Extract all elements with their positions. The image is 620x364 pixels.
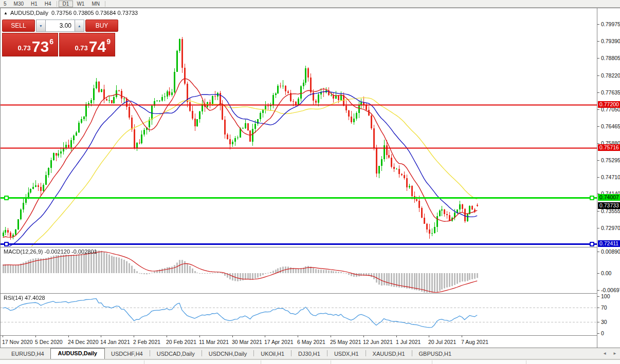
date-axis-label: 20 Feb 2021	[166, 339, 196, 345]
timeframe-button-h1[interactable]: H1	[27, 1, 41, 7]
tab-divider	[253, 350, 254, 356]
timeframe-button-5[interactable]: 5	[0, 1, 10, 7]
timeframe-toolbar: 5M30H1H4D1W1MN	[0, 0, 620, 8]
date-axis-tick	[396, 336, 397, 337]
date-axis-tick	[331, 336, 331, 337]
date-axis-label: 30 Mar 2021	[232, 339, 262, 345]
date-axis-label: 12 Jun 2021	[363, 339, 393, 345]
price-axis-label: 0.75295	[601, 157, 620, 163]
date-axis-label: 5 Dec 2020	[35, 339, 63, 345]
price-axis-label: 0.77635	[601, 89, 620, 95]
date-axis-tick	[232, 336, 233, 337]
date-axis-label: 20 Jul 2021	[428, 339, 456, 345]
timeframe-button-h4[interactable]: H4	[41, 1, 55, 7]
chart-window: ▲AUDUSD,Daily 0.73756 0.73805 0.73684 0.…	[0, 8, 620, 348]
tab-scroll-right-button[interactable]: ►	[613, 351, 617, 356]
price-axis-label: 0.74710	[601, 174, 620, 180]
chart-ohlc-values: 0.73756 0.73805 0.73684 0.73733	[51, 10, 138, 16]
rsi-axis-label: 70	[601, 304, 607, 311]
date-axis[interactable]: 17 Nov 20205 Dec 202024 Dec 202014 Jan 2…	[1, 336, 597, 348]
date-axis-label: 25 May 2021	[330, 339, 361, 345]
toolbar-divider	[57, 1, 57, 7]
date-axis-tick	[35, 336, 36, 337]
chart-title: ▲AUDUSD,Daily 0.73756 0.73805 0.73684 0.…	[4, 10, 138, 16]
chart-tab-bar: EURUSD,H4AUDUSD,DailyUSDCHF,H4USDCAD,Dai…	[0, 348, 620, 359]
price-level-badge: 0.77200	[598, 101, 620, 108]
price-axis-label: 0.72970	[601, 225, 620, 231]
current-price-badge: 0.73733	[598, 202, 620, 209]
timeframe-button-mn[interactable]: MN	[88, 1, 103, 7]
price-axis-tick	[597, 75, 599, 76]
tab-scroll-left-button[interactable]: ◄	[603, 351, 607, 356]
buy-price-display[interactable]: 0.73 74 9	[59, 33, 115, 56]
chevron-up-icon: ▲	[78, 24, 81, 28]
date-axis-label: 6 May 2021	[297, 339, 325, 345]
chart-tab-ukoil[interactable]: UKOil,H1	[254, 349, 290, 359]
timeframe-button-w1[interactable]: W1	[73, 1, 88, 7]
date-axis-tick	[134, 336, 134, 337]
date-axis-tick	[265, 336, 265, 337]
rsi-axis-tick	[597, 308, 599, 308]
one-click-trading-panel: SELL ▼ ▲ BUY 0.73 73 6 0.73 74	[2, 20, 116, 58]
sell-button[interactable]: SELL	[2, 20, 35, 32]
price-axis-tick	[597, 126, 599, 127]
macd-axis-tick	[597, 290, 599, 291]
sell-price-big-digits: 73	[32, 40, 49, 54]
rsi-axis-tick	[597, 322, 599, 322]
rsi-axis-tick	[597, 296, 599, 297]
buy-price-pip-digit: 9	[106, 37, 111, 46]
one-click-collapse-icon[interactable]: ▲	[4, 11, 8, 15]
sell-price-display[interactable]: 0.73 73 6	[2, 33, 58, 56]
date-axis-tick	[101, 336, 101, 337]
chart-symbol-label: AUDUSD,Daily	[10, 10, 48, 16]
date-axis-tick	[167, 336, 167, 337]
date-axis-label: 17 Nov 2020	[2, 339, 33, 345]
rsi-axis-label: 100	[601, 293, 610, 299]
date-axis-label: 7 Aug 2021	[461, 339, 488, 345]
rsi-axis-label: 0	[601, 330, 604, 336]
chart-tab-eurusd[interactable]: EURUSD,H4	[5, 349, 50, 359]
price-axis-label: 0.76465	[601, 123, 620, 129]
rsi-canvas[interactable]	[1, 294, 597, 335]
lot-increase-button[interactable]: ▲	[75, 20, 84, 32]
chart-tab-xauusd[interactable]: XAUUSD,H1	[367, 349, 411, 359]
tab-divider	[327, 350, 327, 356]
chart-tab-usdcnh[interactable]: USDCNH,Daily	[203, 349, 253, 359]
timeframe-button-d1[interactable]: D1	[59, 1, 74, 7]
chart-tab-audusd[interactable]: AUDUSD,Daily	[50, 348, 105, 359]
chart-tab-usdcad[interactable]: USDCAD,Daily	[151, 349, 201, 359]
macd-axis-label: 0.008903	[601, 248, 620, 255]
price-axis[interactable]: 0.799750.793900.788050.782200.776350.770…	[597, 8, 620, 348]
chart-tab-usdchf[interactable]: USDCHF,H4	[105, 349, 149, 359]
date-axis-label: 2 Feb 2021	[133, 339, 160, 345]
rsi-axis-tick	[597, 333, 599, 334]
date-axis-tick	[462, 336, 462, 337]
date-axis-tick	[3, 336, 3, 337]
lot-decrease-button[interactable]: ▼	[36, 20, 46, 32]
price-level-badge: 0.72411	[598, 240, 620, 247]
mt4-application: 5M30H1H4D1W1MN ▲AUDUSD,Daily 0.73756 0.7…	[0, 0, 620, 364]
date-axis-tick	[199, 336, 200, 337]
bottom-strip-divider	[432, 360, 432, 364]
price-axis-tick	[597, 24, 599, 25]
date-axis-label: 1 Jul 2021	[396, 339, 421, 345]
date-axis-tick	[363, 336, 364, 337]
buy-button[interactable]: BUY	[85, 20, 118, 32]
price-level-badge: 0.74007	[598, 194, 620, 201]
chart-tab-dj30[interactable]: DJ30,H1	[292, 349, 326, 359]
macd-axis-label: -0.00697	[601, 287, 620, 293]
tab-divider	[150, 350, 150, 356]
chart-tab-usdx[interactable]: USDX,H1	[328, 349, 365, 359]
bottom-strip-divider	[526, 360, 526, 364]
price-axis-tick	[597, 143, 599, 144]
date-axis-tick	[429, 336, 429, 337]
sell-price-pip-digit: 6	[49, 37, 53, 46]
chart-tab-gbpusd[interactable]: GBPUSD,H1	[413, 349, 458, 359]
bottom-strip-divider	[261, 360, 261, 364]
price-axis-tick	[597, 58, 599, 59]
timeframe-button-m30[interactable]: M30	[10, 1, 27, 7]
buy-price-prefix: 0.73	[75, 44, 88, 52]
price-axis-label: 0.78805	[601, 55, 620, 61]
lot-size-input[interactable]	[46, 20, 75, 32]
date-axis-label: 24 Dec 2020	[68, 339, 99, 345]
